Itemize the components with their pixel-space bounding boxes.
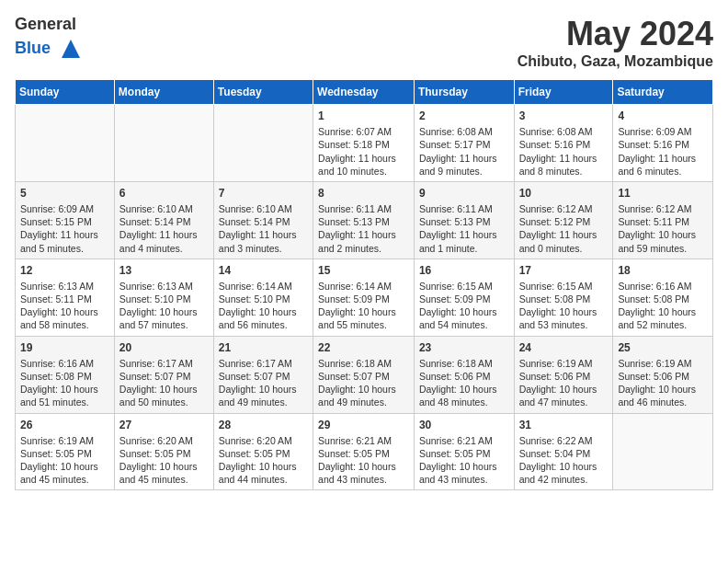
day-number: 15 [318,263,409,278]
calendar-cell [16,105,115,182]
day-info: Sunrise: 6:15 AMSunset: 5:08 PMDaylight:… [519,280,609,332]
calendar-cell: 4Sunrise: 6:09 AMSunset: 5:16 PMDaylight… [613,105,713,182]
calendar-cell [114,105,213,182]
logo-general: General [15,15,76,33]
calendar-cell: 9Sunrise: 6:11 AMSunset: 5:13 PMDaylight… [414,181,514,259]
logo: General Blue [15,15,85,63]
calendar-cell: 31Sunrise: 6:22 AMSunset: 5:04 PMDayligh… [514,413,613,490]
day-number: 2 [419,109,509,123]
calendar-cell: 23Sunrise: 6:18 AMSunset: 5:06 PMDayligh… [414,336,514,413]
day-number: 4 [618,109,708,123]
day-info: Sunrise: 6:16 AMSunset: 5:08 PMDaylight:… [20,357,109,409]
calendar-cell: 19Sunrise: 6:16 AMSunset: 5:08 PMDayligh… [16,336,115,413]
day-info: Sunrise: 6:19 AMSunset: 5:06 PMDaylight:… [618,357,708,409]
day-number: 1 [318,109,409,123]
day-info: Sunrise: 6:17 AMSunset: 5:07 PMDaylight:… [119,357,209,409]
day-info: Sunrise: 6:21 AMSunset: 5:05 PMDaylight:… [419,434,509,487]
day-info: Sunrise: 6:18 AMSunset: 5:06 PMDaylight:… [419,357,509,409]
day-info: Sunrise: 6:13 AMSunset: 5:10 PMDaylight:… [119,280,209,332]
day-info: Sunrise: 6:11 AMSunset: 5:13 PMDaylight:… [419,202,509,255]
calendar-cell: 29Sunrise: 6:21 AMSunset: 5:05 PMDayligh… [313,413,415,490]
day-info: Sunrise: 6:16 AMSunset: 5:08 PMDaylight:… [618,280,708,332]
day-number: 30 [419,418,509,432]
day-info: Sunrise: 6:12 AMSunset: 5:11 PMDaylight:… [618,202,708,255]
logo-icon [57,35,85,63]
day-number: 13 [119,263,209,278]
calendar-week-0: 1Sunrise: 6:07 AMSunset: 5:18 PMDaylight… [16,105,713,182]
day-info: Sunrise: 6:11 AMSunset: 5:13 PMDaylight:… [318,202,409,255]
day-number: 16 [419,263,509,278]
calendar-week-4: 26Sunrise: 6:19 AMSunset: 5:05 PMDayligh… [16,413,713,490]
title-block: May 2024 Chibuto, Gaza, Mozambique [518,15,713,70]
calendar-cell: 3Sunrise: 6:08 AMSunset: 5:16 PMDaylight… [514,105,613,182]
day-number: 25 [618,340,708,355]
day-info: Sunrise: 6:19 AMSunset: 5:05 PMDaylight:… [20,434,109,487]
calendar-cell: 30Sunrise: 6:21 AMSunset: 5:05 PMDayligh… [414,413,514,490]
calendar-cell: 21Sunrise: 6:17 AMSunset: 5:07 PMDayligh… [213,336,313,413]
calendar-cell: 26Sunrise: 6:19 AMSunset: 5:05 PMDayligh… [16,413,115,490]
calendar-cell: 15Sunrise: 6:14 AMSunset: 5:09 PMDayligh… [313,259,415,336]
calendar-cell: 5Sunrise: 6:09 AMSunset: 5:15 PMDaylight… [16,181,115,259]
header: General Blue May 2024 Chibuto, Gaza, Moz… [15,15,713,70]
calendar-cell [613,413,713,490]
calendar-cell [213,105,313,182]
calendar-cell: 2Sunrise: 6:08 AMSunset: 5:17 PMDaylight… [414,105,514,182]
day-number: 8 [318,186,409,201]
day-info: Sunrise: 6:07 AMSunset: 5:18 PMDaylight:… [318,125,409,178]
day-number: 9 [419,186,509,201]
day-number: 18 [618,263,708,278]
day-info: Sunrise: 6:21 AMSunset: 5:05 PMDaylight:… [318,434,409,487]
day-number: 24 [519,340,609,355]
day-number: 26 [20,418,109,432]
calendar-cell: 16Sunrise: 6:15 AMSunset: 5:09 PMDayligh… [414,259,514,336]
location-title: Chibuto, Gaza, Mozambique [518,53,713,70]
svg-marker-0 [62,40,80,58]
day-number: 17 [519,263,609,278]
day-info: Sunrise: 6:12 AMSunset: 5:12 PMDaylight:… [519,202,609,255]
day-info: Sunrise: 6:08 AMSunset: 5:17 PMDaylight:… [419,125,509,178]
col-header-monday: Monday [114,80,213,105]
calendar-cell: 1Sunrise: 6:07 AMSunset: 5:18 PMDaylight… [313,105,415,182]
calendar-cell: 17Sunrise: 6:15 AMSunset: 5:08 PMDayligh… [514,259,613,336]
calendar-cell: 20Sunrise: 6:17 AMSunset: 5:07 PMDayligh… [114,336,213,413]
calendar-header-row: SundayMondayTuesdayWednesdayThursdayFrid… [16,80,713,105]
calendar-cell: 7Sunrise: 6:10 AMSunset: 5:14 PMDaylight… [213,181,313,259]
col-header-saturday: Saturday [613,80,713,105]
day-info: Sunrise: 6:10 AMSunset: 5:14 PMDaylight:… [119,202,209,255]
calendar-cell: 13Sunrise: 6:13 AMSunset: 5:10 PMDayligh… [114,259,213,336]
day-number: 28 [219,418,308,432]
day-info: Sunrise: 6:17 AMSunset: 5:07 PMDaylight:… [219,357,308,409]
day-number: 21 [219,340,308,355]
day-number: 5 [20,186,109,201]
day-info: Sunrise: 6:20 AMSunset: 5:05 PMDaylight:… [219,434,308,487]
calendar-week-1: 5Sunrise: 6:09 AMSunset: 5:15 PMDaylight… [16,181,713,259]
calendar-cell: 12Sunrise: 6:13 AMSunset: 5:11 PMDayligh… [16,259,115,336]
col-header-friday: Friday [514,80,613,105]
calendar-cell: 24Sunrise: 6:19 AMSunset: 5:06 PMDayligh… [514,336,613,413]
calendar-cell: 27Sunrise: 6:20 AMSunset: 5:05 PMDayligh… [114,413,213,490]
day-info: Sunrise: 6:22 AMSunset: 5:04 PMDaylight:… [519,434,609,487]
calendar-cell: 18Sunrise: 6:16 AMSunset: 5:08 PMDayligh… [613,259,713,336]
day-number: 7 [219,186,308,201]
calendar-cell: 25Sunrise: 6:19 AMSunset: 5:06 PMDayligh… [613,336,713,413]
day-number: 6 [119,186,209,201]
col-header-tuesday: Tuesday [213,80,313,105]
day-number: 20 [119,340,209,355]
day-info: Sunrise: 6:15 AMSunset: 5:09 PMDaylight:… [419,280,509,332]
calendar-cell: 28Sunrise: 6:20 AMSunset: 5:05 PMDayligh… [213,413,313,490]
col-header-wednesday: Wednesday [313,80,415,105]
day-number: 11 [618,186,708,201]
day-info: Sunrise: 6:09 AMSunset: 5:16 PMDaylight:… [618,125,708,178]
day-info: Sunrise: 6:08 AMSunset: 5:16 PMDaylight:… [519,125,609,178]
calendar-cell: 6Sunrise: 6:10 AMSunset: 5:14 PMDaylight… [114,181,213,259]
day-info: Sunrise: 6:14 AMSunset: 5:10 PMDaylight:… [219,280,308,332]
day-number: 23 [419,340,509,355]
calendar-cell: 10Sunrise: 6:12 AMSunset: 5:12 PMDayligh… [514,181,613,259]
calendar-week-3: 19Sunrise: 6:16 AMSunset: 5:08 PMDayligh… [16,336,713,413]
calendar: SundayMondayTuesdayWednesdayThursdayFrid… [15,79,713,490]
day-info: Sunrise: 6:09 AMSunset: 5:15 PMDaylight:… [20,202,109,255]
calendar-cell: 8Sunrise: 6:11 AMSunset: 5:13 PMDaylight… [313,181,415,259]
day-number: 12 [20,263,109,278]
day-number: 31 [519,418,609,432]
day-info: Sunrise: 6:18 AMSunset: 5:07 PMDaylight:… [318,357,409,409]
